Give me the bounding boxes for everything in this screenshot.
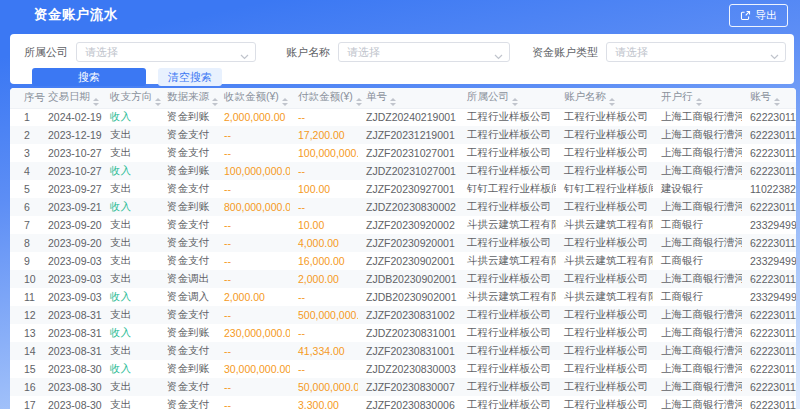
top-bar: 资金账户流水 导出 <box>0 0 800 30</box>
column-header-payment[interactable]: 付款金额(¥) <box>290 88 358 108</box>
search-button[interactable]: 搜索 <box>32 68 146 86</box>
cell-direction: 收入 <box>110 110 131 122</box>
table-row: 62023-09-21收入资金到账800,000,000.00--ZJDZ202… <box>10 198 796 216</box>
chevron-down-icon <box>770 49 779 63</box>
cell-bank: 上海工商银行漕河泾支行 <box>661 128 742 140</box>
column-label: 收款金额(¥) <box>224 90 279 102</box>
cell-source: 资金支付 <box>167 128 209 140</box>
cell-no: 8 <box>24 237 30 249</box>
column-label: 账号 <box>750 90 771 102</box>
column-label: 序号 <box>24 91 45 103</box>
cell-direction: 支出 <box>110 380 131 392</box>
cell-income: -- <box>224 309 231 321</box>
cell-bank: 工商银行 <box>661 290 703 302</box>
clear-search-button[interactable]: 清空搜索 <box>158 68 222 86</box>
cell-account_no: 233294994 <box>750 291 796 303</box>
table-row: 22023-12-19支出资金支付--17,200.00ZJZF20231219… <box>10 126 796 144</box>
cell-no: 3 <box>24 147 30 159</box>
column-header-direction[interactable]: 收支方向 <box>102 88 159 108</box>
column-header-order_no[interactable]: 单号 <box>358 88 459 108</box>
sort-icon <box>356 98 362 106</box>
cell-income: -- <box>224 345 231 357</box>
cell-date: 2024-02-19 <box>48 111 102 123</box>
chevron-down-icon <box>240 49 249 63</box>
cell-bank: 上海工商银行漕河泾支行 <box>661 146 742 158</box>
cell-bank: 上海工商银行漕河泾支行 <box>661 398 742 409</box>
cell-payment: 100,000,000.00 <box>298 147 358 159</box>
cell-account_name: 工程行业样板公司 <box>564 398 648 409</box>
cell-company: 斗拱云建筑工程有限公司 <box>467 290 556 302</box>
cell-order_no: ZJDZ20230830002 <box>366 201 456 213</box>
cell-account_name: 工程行业样板公司 <box>564 326 648 338</box>
company-select[interactable]: 请选择 <box>76 42 256 62</box>
column-header-bank[interactable]: 开户行 <box>653 88 742 108</box>
column-header-account_name[interactable]: 账户名称 <box>556 88 653 108</box>
cell-date: 2023-09-27 <box>48 183 102 195</box>
cell-no: 10 <box>24 273 36 285</box>
column-header-income[interactable]: 收款金额(¥) <box>216 88 290 108</box>
cell-payment: 16,000.00 <box>298 255 345 267</box>
cell-account_name: 钉钉工程行业样板间 <box>564 182 653 194</box>
cell-company: 工程行业样板公司 <box>467 308 551 320</box>
sort-icon <box>212 98 218 106</box>
cell-direction: 支出 <box>110 218 131 230</box>
cell-account_name: 工程行业样板公司 <box>564 200 648 212</box>
cell-income: -- <box>224 147 231 159</box>
page-title: 资金账户流水 <box>34 6 118 24</box>
cell-bank: 上海工商银行漕河泾支行 <box>661 110 742 122</box>
cell-order_no: ZJDZ20230831001 <box>366 327 456 339</box>
cell-date: 2023-09-03 <box>48 273 102 285</box>
export-button[interactable]: 导出 <box>729 4 788 27</box>
column-label: 开户行 <box>661 90 693 102</box>
column-header-date[interactable]: 交易日期 <box>40 88 102 108</box>
cell-payment: -- <box>298 291 305 303</box>
cell-account_no: 110223825 <box>750 183 796 195</box>
cell-income: 100,000,000.00 <box>224 165 290 177</box>
filter-group-account-type: 资金账户类型 请选择 <box>532 42 800 62</box>
filter-group-company: 所属公司 请选择 <box>24 42 286 62</box>
cell-payment: 10.00 <box>298 219 324 231</box>
cell-income: -- <box>224 219 231 231</box>
cell-date: 2023-10-27 <box>48 165 102 177</box>
cell-source: 资金调出 <box>167 272 209 284</box>
cell-source: 资金调入 <box>167 290 209 302</box>
cell-order_no: ZJZF20230920002 <box>366 219 455 231</box>
filter-group-account-name: 账户名称 请选择 <box>286 42 532 62</box>
cell-company: 钉钉工程行业样板间 <box>467 182 556 194</box>
cell-company: 工程行业样板公司 <box>467 164 551 176</box>
sort-icon <box>390 98 396 106</box>
cell-company: 斗拱云建筑工程有限公司 <box>467 218 556 230</box>
table-row: 112023-09-03收入资金调入2,000.00--ZJDB20230902… <box>10 288 796 306</box>
cell-direction: 收入 <box>110 326 131 338</box>
cell-bank: 上海工商银行漕河泾支行 <box>661 344 742 356</box>
account-type-select[interactable]: 请选择 <box>606 42 786 62</box>
cell-payment: 100.00 <box>298 183 330 195</box>
cell-account_name: 工程行业样板公司 <box>564 236 648 248</box>
cell-payment: -- <box>298 363 305 375</box>
column-header-no: 序号 <box>10 88 40 108</box>
cell-income: 2,000.00 <box>224 291 265 303</box>
cell-date: 2023-08-31 <box>48 309 102 321</box>
cell-company: 工程行业样板公司 <box>467 362 551 374</box>
cell-payment: 3,300.00 <box>298 399 339 409</box>
cell-order_no: ZJZF20230830007 <box>366 381 455 393</box>
cell-source: 资金支付 <box>167 182 209 194</box>
cell-direction: 支出 <box>110 398 131 409</box>
column-header-account_no[interactable]: 账号 <box>742 88 796 108</box>
cell-payment: -- <box>298 201 305 213</box>
cell-account_no: 622230111 <box>750 147 796 159</box>
cell-no: 2 <box>24 129 30 141</box>
cell-date: 2023-09-20 <box>48 237 102 249</box>
cell-account_no: 622230111 <box>750 129 796 141</box>
sort-icon <box>774 98 780 106</box>
column-header-source[interactable]: 数据来源 <box>159 88 216 108</box>
account-name-select[interactable]: 请选择 <box>338 42 510 62</box>
cell-account_no: 622230111 <box>750 273 796 285</box>
table-row: 72023-09-20支出资金支付--10.00ZJZF20230920002斗… <box>10 216 796 234</box>
cell-no: 17 <box>24 399 36 409</box>
table-row: 92023-09-03支出资金支付--16,000.00ZJZF20230902… <box>10 252 796 270</box>
table-row: 122023-08-31支出资金支付--500,000,000.00ZJZF20… <box>10 306 796 324</box>
cell-bank: 建设银行 <box>661 182 703 194</box>
column-header-company[interactable]: 所属公司 <box>459 88 556 108</box>
cell-payment: 2,000.00 <box>298 273 339 285</box>
